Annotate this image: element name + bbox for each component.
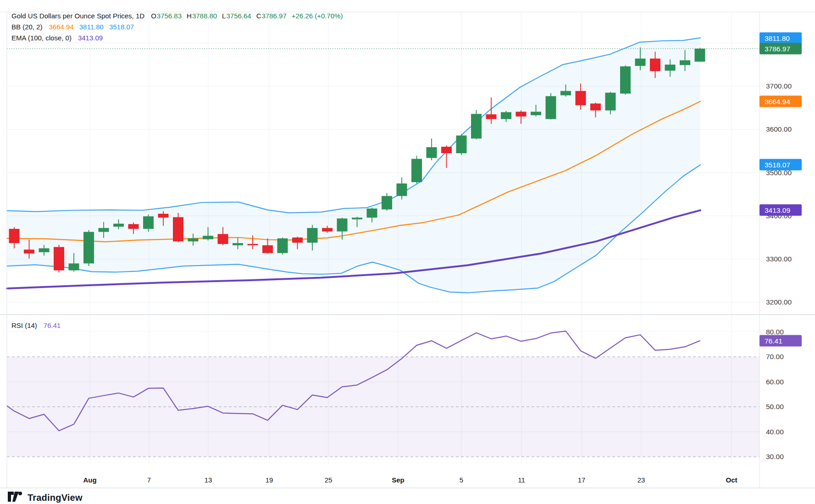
candle-23 bbox=[352, 218, 362, 220]
tradingview-logo-text: TradingView bbox=[28, 493, 83, 503]
candle-27 bbox=[411, 159, 422, 182]
price-badge-3811.80: 3811.80 bbox=[760, 32, 802, 44]
candle-43 bbox=[650, 59, 660, 71]
candle-26 bbox=[397, 183, 407, 196]
candle-29 bbox=[441, 147, 452, 153]
ohlc-item-L: L3756.64 bbox=[222, 12, 251, 20]
candle-32 bbox=[486, 114, 497, 119]
candle-0 bbox=[9, 229, 20, 243]
legend-symbol-row[interactable]: Gold US Dollars per Ounce Spot Prices, 1… bbox=[11, 12, 343, 20]
time-axis-label-Oct[interactable]: Oct bbox=[726, 476, 737, 484]
bb-value-1: 3811.80 bbox=[79, 23, 104, 31]
price-badge-3413.09: 3413.09 bbox=[760, 205, 802, 216]
price-axis-label-3700.00: 3700.00 bbox=[766, 82, 792, 90]
legend-bb-row[interactable]: BB (20, 2) 3664.943811.803518.07 bbox=[11, 23, 134, 31]
time-axis-label-5[interactable]: 5 bbox=[460, 476, 463, 484]
candle-46 bbox=[695, 49, 705, 61]
candle-21 bbox=[322, 228, 333, 232]
candle-34 bbox=[516, 112, 527, 116]
rsi-axis-label-60.00: 60.00 bbox=[766, 378, 784, 386]
bb-label: BB (20, 2) bbox=[11, 23, 43, 31]
candle-31 bbox=[471, 114, 482, 138]
candle-28 bbox=[427, 147, 437, 158]
candle-41 bbox=[620, 66, 631, 94]
chart-canvas[interactable] bbox=[0, 0, 815, 504]
rsi-axis-label-50.00: 50.00 bbox=[766, 403, 784, 411]
candle-42 bbox=[635, 59, 646, 66]
trading-chart-page: { "legend": { "title": "Gold US Dollars … bbox=[0, 0, 815, 504]
candle-15 bbox=[233, 243, 243, 245]
candle-4 bbox=[69, 263, 79, 270]
ohlc-item-H: H3788.80 bbox=[187, 12, 217, 20]
candle-9 bbox=[143, 216, 154, 229]
price-axis-label-3300.00: 3300.00 bbox=[766, 255, 792, 263]
tradingview-logo-icon bbox=[8, 492, 23, 504]
time-axis-label-23[interactable]: 23 bbox=[638, 476, 645, 484]
candle-14 bbox=[218, 234, 228, 244]
rsi-value: 76.41 bbox=[44, 321, 61, 329]
candle-12 bbox=[188, 238, 199, 242]
candle-7 bbox=[113, 224, 124, 227]
price-badge-3786.97: 3786.97 bbox=[760, 43, 802, 55]
time-axis-label-Sep[interactable]: Sep bbox=[392, 476, 405, 484]
candle-25 bbox=[382, 196, 392, 209]
price-axis-label-3200.00: 3200.00 bbox=[766, 298, 792, 306]
candle-6 bbox=[99, 228, 109, 232]
time-axis-label-17[interactable]: 17 bbox=[578, 476, 586, 484]
rsi-axis-label-30.00: 30.00 bbox=[766, 453, 784, 461]
legend-ema-row[interactable]: EMA (100, close, 0) 3413.09 bbox=[11, 34, 103, 42]
candle-16 bbox=[248, 244, 258, 245]
ema-value: 3413.09 bbox=[78, 34, 103, 42]
candle-2 bbox=[39, 248, 50, 252]
symbol-title: Gold US Dollars per Ounce Spot Prices, 1… bbox=[11, 12, 144, 20]
bb-value-0: 3664.94 bbox=[49, 23, 74, 31]
bb-value-2: 3518.07 bbox=[109, 23, 134, 31]
ohlc-values: O3756.83H3788.80L3756.64C3786.97 bbox=[151, 12, 287, 20]
candle-22 bbox=[337, 218, 348, 231]
candle-35 bbox=[531, 112, 541, 116]
price-badge-3664.94: 3664.94 bbox=[760, 96, 802, 107]
candle-39 bbox=[590, 104, 601, 111]
time-axis-label-Aug[interactable]: Aug bbox=[83, 476, 96, 484]
bb-values: 3664.943811.803518.07 bbox=[49, 23, 134, 31]
candle-13 bbox=[203, 236, 213, 239]
price-badge-3518.07: 3518.07 bbox=[760, 159, 802, 171]
candle-3 bbox=[54, 247, 64, 271]
ohlc-item-O: O3756.83 bbox=[151, 12, 182, 20]
candle-1 bbox=[24, 249, 34, 253]
price-axis-label-3600.00: 3600.00 bbox=[766, 125, 792, 133]
candle-5 bbox=[83, 232, 94, 264]
change-value: +26.26 (+0.70%) bbox=[292, 12, 343, 20]
candle-30 bbox=[456, 135, 467, 153]
rsi-badge-76.41: 76.41 bbox=[760, 335, 802, 347]
candle-17 bbox=[262, 245, 273, 253]
candle-44 bbox=[665, 65, 676, 71]
candle-20 bbox=[307, 228, 318, 243]
candle-38 bbox=[576, 91, 586, 105]
ema-label: EMA (100, close, 0) bbox=[11, 34, 72, 42]
time-axis-label-11[interactable]: 11 bbox=[518, 476, 525, 484]
ohlc-item-C: C3786.97 bbox=[256, 12, 287, 20]
legend-rsi-row[interactable]: RSI (14) 76.41 bbox=[11, 321, 61, 329]
candle-8 bbox=[128, 224, 139, 229]
candle-40 bbox=[605, 93, 616, 111]
candle-19 bbox=[292, 238, 303, 243]
rsi-axis-label-70.00: 70.00 bbox=[766, 353, 784, 361]
candle-10 bbox=[158, 214, 169, 217]
time-axis-label-25[interactable]: 25 bbox=[325, 476, 333, 484]
tradingview-attribution[interactable]: TradingView bbox=[8, 492, 83, 504]
candle-24 bbox=[367, 209, 377, 218]
candle-33 bbox=[501, 112, 511, 119]
rsi-axis-label-40.00: 40.00 bbox=[766, 428, 784, 436]
time-axis-label-7[interactable]: 7 bbox=[147, 476, 151, 484]
time-axis-label-13[interactable]: 13 bbox=[205, 476, 212, 484]
candle-11 bbox=[173, 217, 183, 242]
candle-45 bbox=[680, 60, 690, 65]
candle-37 bbox=[560, 91, 571, 95]
candle-18 bbox=[277, 238, 288, 253]
candle-36 bbox=[546, 96, 556, 119]
time-axis-label-19[interactable]: 19 bbox=[266, 476, 273, 484]
rsi-label: RSI (14) bbox=[11, 321, 37, 329]
